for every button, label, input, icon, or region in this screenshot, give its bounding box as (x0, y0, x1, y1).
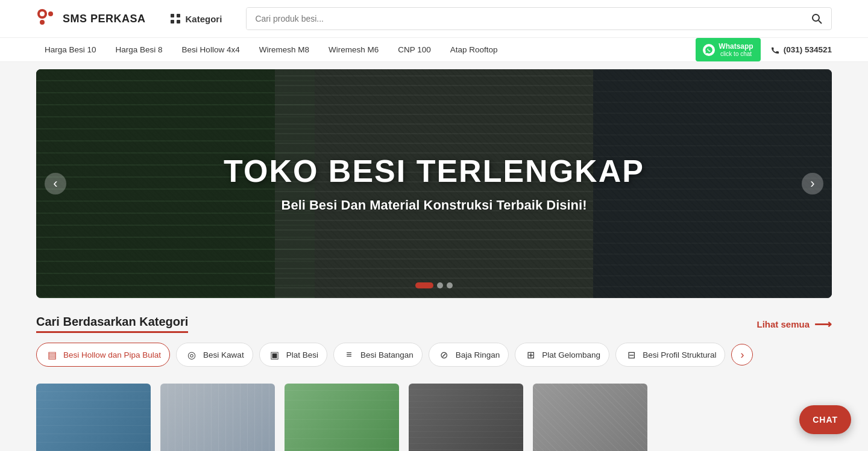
navbar: Harga Besi 10 Harga Besi 8 Besi Hollow 4… (0, 38, 868, 62)
logo-text: SMS PERKASA (63, 13, 146, 25)
categories-row: ▤ Besi Hollow dan Pipa Bulat ◎ Besi Kawa… (36, 343, 832, 369)
logo-icon (36, 8, 58, 30)
besi-kawat-label: Besi Kawat (203, 350, 244, 359)
categories-title: Cari Berdasarkan Kategori (36, 315, 188, 333)
nav-besi-hollow[interactable]: Besi Hollow 4x4 (174, 38, 248, 61)
whatsapp-button[interactable]: Whatsapp click to chat (696, 38, 760, 61)
plat-gelombang-icon: ⊞ (524, 348, 537, 361)
svg-rect-6 (171, 20, 174, 23)
nav-harga-besi-8[interactable]: Harga Besi 8 (107, 38, 171, 61)
banner-title: TOKO BESI TERLENGKAP (224, 154, 644, 188)
chat-fab-button[interactable]: CHAT (799, 405, 851, 434)
baja-ringan-label: Baja Ringan (456, 350, 500, 359)
category-chip-besi-batangan[interactable]: ≡ Besi Batangan (333, 343, 423, 367)
baja-ringan-icon: ⊘ (438, 348, 451, 361)
besi-hollow-label: Besi Hollow dan Pipa Bulat (63, 350, 161, 359)
svg-point-2 (48, 11, 53, 16)
product-card-1[interactable] (36, 384, 151, 451)
whatsapp-text: Whatsapp click to chat (719, 42, 753, 57)
banner-background: TOKO BESI TERLENGKAP Beli Besi Dan Mater… (36, 69, 832, 298)
grid-icon (170, 13, 181, 24)
banner-content: TOKO BESI TERLENGKAP Beli Besi Dan Mater… (224, 154, 644, 213)
banner-dot-3[interactable] (447, 282, 453, 288)
plat-besi-label: Plat Besi (286, 350, 318, 359)
nav-harga-besi-10[interactable]: Harga Besi 10 (36, 38, 105, 61)
nav-links: Harga Besi 10 Harga Besi 8 Besi Hollow 4… (36, 38, 506, 61)
banner-dot-2[interactable] (437, 282, 443, 288)
svg-rect-7 (177, 20, 180, 23)
phone-icon (770, 45, 780, 55)
search-input[interactable] (247, 8, 802, 30)
svg-line-9 (819, 20, 822, 23)
nav-actions: Whatsapp click to chat (031) 534521 (696, 38, 832, 61)
search-button[interactable] (802, 8, 831, 30)
product-thumb-5 (533, 384, 647, 451)
banner-dots (415, 282, 453, 288)
nav-atap-rooftop[interactable]: Atap Rooftop (442, 38, 506, 61)
besi-batangan-label: Besi Batangan (360, 350, 414, 359)
kategori-label: Kategori (186, 14, 222, 24)
product-thumb-4 (409, 384, 523, 451)
banner: TOKO BESI TERLENGKAP Beli Besi Dan Mater… (36, 69, 832, 298)
plat-besi-icon: ▣ (268, 348, 281, 361)
lihat-semua-label: Lihat semua (756, 319, 810, 329)
category-chip-plat-besi[interactable]: ▣ Plat Besi (259, 343, 327, 367)
phone-number: (031) 534521 (784, 45, 832, 54)
search-icon (811, 13, 823, 25)
product-card-3[interactable] (285, 384, 399, 451)
besi-profil-label: Besi Profil Struktural (643, 350, 716, 359)
nav-wiremesh-m8[interactable]: Wiremesh M8 (251, 38, 318, 61)
category-chip-besi-kawat[interactable]: ◎ Besi Kawat (176, 343, 253, 367)
nav-cnp-100[interactable]: CNP 100 (389, 38, 439, 61)
categories-section: Cari Berdasarkan Kategori Lihat semua ⟶ … (36, 315, 832, 369)
banner-next-button[interactable]: › (802, 173, 823, 194)
plat-gelombang-label: Plat Gelombang (542, 350, 600, 359)
lihat-semua-arrow-icon: ⟶ (814, 317, 832, 331)
besi-profil-icon: ⊟ (624, 348, 638, 361)
banner-subtitle: Beli Besi Dan Material Konstruksi Terbai… (224, 198, 644, 213)
product-card-5[interactable] (533, 384, 647, 451)
banner-dot-1[interactable] (415, 282, 433, 288)
search-bar (246, 7, 832, 30)
product-thumb-2 (160, 384, 275, 451)
svg-rect-5 (177, 14, 180, 17)
whatsapp-icon (703, 44, 715, 56)
product-card-4[interactable] (409, 384, 523, 451)
svg-point-1 (40, 11, 45, 16)
category-chip-plat-gelombang[interactable]: ⊞ Plat Gelombang (515, 343, 609, 367)
svg-point-8 (813, 14, 819, 21)
svg-point-3 (40, 20, 45, 25)
nav-wiremesh-m6[interactable]: Wiremesh M6 (320, 38, 387, 61)
lihat-semua-link[interactable]: Lihat semua ⟶ (756, 317, 832, 331)
logo[interactable]: SMS PERKASA (36, 8, 146, 30)
categories-header: Cari Berdasarkan Kategori Lihat semua ⟶ (36, 315, 832, 333)
category-chip-baja-ringan[interactable]: ⊘ Baja Ringan (429, 343, 509, 367)
banner-prev-button[interactable]: ‹ (45, 173, 66, 194)
kategori-button[interactable]: Kategori (160, 8, 232, 29)
header: SMS PERKASA Kategori (0, 0, 868, 38)
phone-info: (031) 534521 (770, 45, 832, 55)
product-thumb-3 (285, 384, 399, 451)
besi-hollow-icon: ▤ (45, 348, 58, 361)
category-chip-besi-hollow[interactable]: ▤ Besi Hollow dan Pipa Bulat (36, 343, 170, 367)
product-thumb-1 (36, 384, 151, 451)
svg-rect-4 (171, 14, 174, 17)
besi-batangan-icon: ≡ (342, 348, 356, 361)
product-card-2[interactable] (160, 384, 275, 451)
products-section (36, 384, 832, 451)
category-chip-besi-profil[interactable]: ⊟ Besi Profil Struktural (615, 343, 725, 367)
category-next-button[interactable]: › (731, 344, 753, 365)
besi-kawat-icon: ◎ (185, 348, 198, 361)
